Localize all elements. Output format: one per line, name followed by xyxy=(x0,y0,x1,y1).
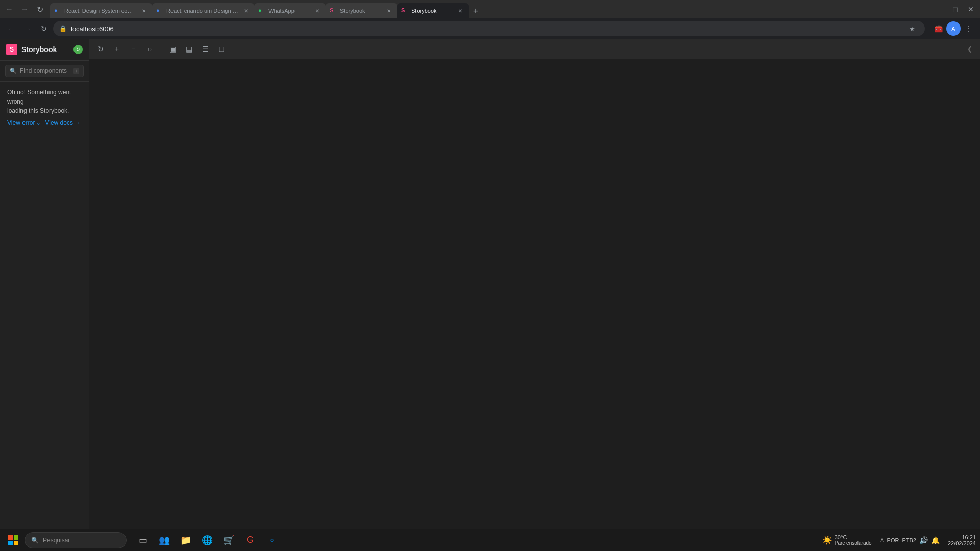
update-icon[interactable]: ↻ xyxy=(74,45,83,54)
search-container: 🔍 Find components / xyxy=(0,61,89,82)
toolbar-fullscreen-button[interactable]: ▤ xyxy=(182,42,196,56)
maximize-button[interactable]: ◻ xyxy=(948,2,963,16)
tab4-close[interactable]: ✕ xyxy=(385,7,393,15)
clock-widget[interactable]: 16:21 22/02/2024 xyxy=(948,534,976,546)
taskbar-store[interactable]: 🛒 xyxy=(218,530,239,550)
teams-icon: 👥 xyxy=(159,535,170,546)
tab4-favicon: S xyxy=(330,7,337,14)
start-button[interactable] xyxy=(4,531,22,549)
tab-storybook-1[interactable]: S Storybook ✕ xyxy=(326,3,397,18)
speaker-icon[interactable]: 🔊 xyxy=(919,536,928,544)
taskbar-edge[interactable]: 🌐 xyxy=(197,530,217,550)
sidebar-collapse-button[interactable]: ❮ xyxy=(964,43,976,55)
search-placeholder: Find components xyxy=(20,67,70,74)
tab2-favicon: ● xyxy=(156,7,163,14)
tab2-close[interactable]: ✕ xyxy=(242,7,250,15)
vscode-icon: ⚬ xyxy=(268,535,276,546)
forward-button[interactable]: → xyxy=(17,2,32,16)
lock-icon: 🔒 xyxy=(59,25,67,32)
search-icon: 🔍 xyxy=(10,68,17,74)
error-links: View error ⌄ View docs → xyxy=(7,118,82,128)
tab5-close[interactable]: ✕ xyxy=(456,7,464,15)
clock-time: 16:21 xyxy=(962,534,976,540)
tabs-container: ● React: Design System com Tai... ✕ ● Re… xyxy=(50,0,928,18)
windows-logo-icon xyxy=(8,535,18,545)
tab-bar: ← → ↻ ● React: Design System com Tai... … xyxy=(0,0,980,18)
view-error-link[interactable]: View error ⌄ xyxy=(7,118,41,128)
tab3-close[interactable]: ✕ xyxy=(313,7,322,15)
sidebar: S Storybook ↻ 🔍 Find components / Oh no!… xyxy=(0,39,89,551)
menu-button[interactable]: ⋮ xyxy=(962,21,976,36)
search-shortcut: / xyxy=(74,68,79,74)
error-text-line1: Oh no! Something went wrong xyxy=(7,89,71,105)
taskbar: 🔍 Pesquisar ▭ 👥 📁 🌐 🛒 G ⚬ ☀️ xyxy=(0,529,980,551)
tab2-title: React: criando um Design S... xyxy=(166,8,239,14)
taskbar-task-view[interactable]: ▭ xyxy=(133,530,153,550)
weather-temp: 30°C xyxy=(835,534,847,540)
storybook-logo: S xyxy=(6,44,17,55)
tab4-title: Storybook xyxy=(340,8,382,14)
error-text-line2: loading this Storybook. xyxy=(7,107,69,114)
browser-nav-buttons: ← → ↻ xyxy=(2,2,47,16)
svg-rect-1 xyxy=(14,535,18,540)
browser-action-icons: 🧰 A ⋮ xyxy=(931,21,976,36)
taskbar-teams[interactable]: 👥 xyxy=(154,530,175,550)
app-container: S Storybook ↻ 🔍 Find components / Oh no!… xyxy=(0,39,980,551)
toolbar-zoom-out-button[interactable]: − xyxy=(126,42,140,56)
taskbar-search-text: Pesquisar xyxy=(43,537,70,544)
taskbar-search-icon: 🔍 xyxy=(31,537,39,544)
main-preview-area xyxy=(89,59,980,551)
minimize-button[interactable]: ― xyxy=(933,2,947,16)
search-box[interactable]: 🔍 Find components / xyxy=(5,65,84,77)
toolbar-separator-1 xyxy=(161,44,161,54)
extensions-button[interactable]: 🧰 xyxy=(931,21,945,36)
notification-icon[interactable]: 🔔 xyxy=(931,536,940,544)
toolbar-reset-button[interactable]: ↻ xyxy=(93,42,108,56)
bookmark-button[interactable]: ★ xyxy=(905,22,919,35)
new-tab-button[interactable]: + xyxy=(469,4,483,18)
addr-forward-button[interactable]: → xyxy=(20,21,35,36)
edge-icon: 🌐 xyxy=(202,535,213,546)
external-link-icon: → xyxy=(74,118,80,128)
toolbar-zoom-in-button[interactable]: + xyxy=(110,42,124,56)
tab5-title: Storybook xyxy=(411,8,453,14)
toolbar-zoom-reset-button[interactable]: ○ xyxy=(142,42,157,56)
sidebar-header: S Storybook ↻ xyxy=(0,39,89,61)
tab1-favicon: ● xyxy=(54,7,61,14)
svg-rect-2 xyxy=(8,541,13,545)
taskbar-google-news[interactable]: G xyxy=(240,530,260,550)
tab1-close[interactable]: ✕ xyxy=(140,7,148,15)
store-icon: 🛒 xyxy=(223,535,234,546)
tab-react-criando[interactable]: ● React: criando um Design S... ✕ xyxy=(152,3,254,18)
tab-whatsapp[interactable]: ● WhatsApp ✕ xyxy=(254,3,326,18)
google-news-icon: G xyxy=(247,535,254,545)
view-docs-link[interactable]: View docs → xyxy=(45,118,80,128)
profile-button[interactable]: A xyxy=(946,21,961,36)
taskbar-apps: ▭ 👥 📁 🌐 🛒 G ⚬ xyxy=(133,530,282,550)
tray-arrow[interactable]: ∧ xyxy=(880,537,884,543)
close-window-button[interactable]: ✕ xyxy=(964,2,978,16)
taskbar-search[interactable]: 🔍 Pesquisar xyxy=(24,532,127,548)
toolbar-grid-button[interactable]: ▣ xyxy=(165,42,180,56)
tab-react-design[interactable]: ● React: Design System com Tai... ✕ xyxy=(50,3,152,18)
reload-button[interactable]: ↻ xyxy=(33,2,47,16)
svg-rect-3 xyxy=(14,541,18,545)
system-tray: ∧ POR PTB2 🔊 🔔 xyxy=(876,536,944,544)
language-indicator: POR xyxy=(887,537,899,543)
taskbar-file-explorer[interactable]: 📁 xyxy=(176,530,196,550)
addr-back-button[interactable]: ← xyxy=(4,21,18,36)
taskbar-vscode[interactable]: ⚬ xyxy=(261,530,282,550)
tab-storybook-2[interactable]: S Storybook ✕ xyxy=(397,3,469,18)
back-button[interactable]: ← xyxy=(2,2,16,16)
toolbar-panel-button[interactable]: □ xyxy=(214,42,229,56)
tab1-title: React: Design System com Tai... xyxy=(64,8,137,14)
weather-widget[interactable]: ☀️ 30°C Parc ensolarado xyxy=(822,534,872,546)
tab3-favicon: ● xyxy=(258,7,265,14)
toolbar-list-button[interactable]: ☰ xyxy=(198,42,212,56)
storybook-toolbar: ↻ + − ○ ▣ ▤ ☰ □ ❮ xyxy=(89,39,980,59)
browser-chrome: ← → ↻ ● React: Design System com Tai... … xyxy=(0,0,980,39)
address-input-container[interactable]: 🔒 localhost:6006 ★ xyxy=(53,21,925,36)
addr-reload-button[interactable]: ↻ xyxy=(37,21,51,36)
keyboard-layout: PTB2 xyxy=(902,537,916,543)
weather-condition: Parc ensolarado xyxy=(835,540,872,546)
